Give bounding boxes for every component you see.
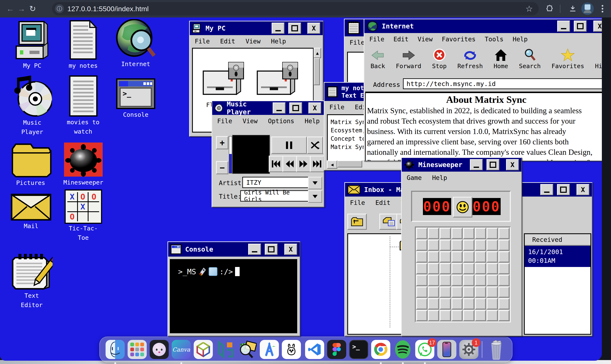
dock-iphone-mirroring[interactable] — [437, 340, 456, 359]
close-button[interactable]: X — [308, 103, 321, 114]
menu-file[interactable]: File — [350, 39, 364, 46]
music-player-titlebar[interactable]: Music Player X — [212, 101, 324, 115]
dock-pet-app[interactable] — [150, 340, 169, 359]
mine-cell[interactable] — [451, 251, 463, 263]
maximize-button[interactable] — [265, 244, 278, 255]
dock-finder[interactable] — [105, 340, 125, 359]
mine-cell[interactable] — [416, 263, 428, 275]
scroll-up-button[interactable]: ▲ — [314, 48, 321, 58]
menu-edit[interactable]: Edit — [393, 36, 408, 43]
next-track-button[interactable] — [310, 156, 325, 172]
minesweeper-titlebar[interactable]: Minesweeper X — [402, 158, 521, 172]
track-dropdown-button[interactable] — [308, 190, 322, 203]
volume-down-button[interactable]: − — [216, 161, 228, 174]
mine-cell[interactable] — [463, 239, 475, 251]
artist-dropdown-button[interactable] — [308, 177, 322, 189]
mine-cell[interactable] — [428, 239, 440, 251]
received-column-header[interactable]: Received — [525, 234, 590, 246]
mine-cell[interactable] — [463, 251, 475, 263]
desktop-icon-tictactoe[interactable]: X O O X O Tic-Tac- Toe — [62, 189, 104, 242]
rewind-button[interactable] — [282, 156, 297, 172]
close-button[interactable]: X — [576, 184, 589, 195]
mine-cell[interactable] — [498, 310, 510, 322]
dock-whatsapp[interactable]: 17 — [415, 340, 434, 359]
mine-cell[interactable] — [416, 228, 428, 239]
volume-slider[interactable] — [229, 136, 232, 173]
menu-help[interactable]: Help — [513, 36, 528, 43]
site-info-icon[interactable]: ⓘ — [55, 4, 64, 13]
mine-cell[interactable] — [439, 286, 451, 298]
back-button[interactable]: Back — [371, 49, 385, 70]
dock-settings[interactable]: 1 — [459, 340, 478, 359]
mine-cell[interactable] — [486, 263, 498, 275]
menu-game[interactable]: Game — [407, 174, 422, 181]
mine-cell[interactable] — [486, 251, 498, 263]
console-titlebar[interactable]: Console X — [168, 242, 300, 257]
mine-cell[interactable] — [498, 263, 510, 275]
profile-avatar[interactable] — [580, 0, 595, 17]
mine-cell[interactable] — [416, 286, 428, 298]
mine-cell[interactable] — [451, 286, 463, 298]
dock-canva[interactable]: Canva — [172, 340, 191, 359]
mine-cell[interactable] — [428, 251, 440, 263]
mine-cell[interactable] — [428, 228, 440, 239]
mine-cell[interactable] — [428, 298, 440, 310]
mine-cell[interactable] — [451, 228, 463, 239]
menu-view[interactable]: View — [243, 117, 258, 125]
desktop-icon-my-pc[interactable]: My PC — [12, 21, 53, 70]
mine-cell[interactable] — [463, 263, 475, 275]
browser-forward-icon[interactable]: → — [16, 3, 27, 14]
mine-cell[interactable] — [439, 239, 451, 251]
pause-button[interactable] — [271, 136, 307, 154]
dock-ollama[interactable] — [282, 340, 301, 359]
mine-cell[interactable] — [416, 274, 428, 286]
mine-cell[interactable] — [451, 263, 463, 275]
minimize-button[interactable] — [273, 103, 286, 114]
menu-tools[interactable]: Tools — [485, 36, 503, 43]
mine-cell[interactable] — [451, 310, 463, 322]
minimize-button[interactable] — [540, 184, 553, 195]
mine-cell[interactable] — [498, 298, 510, 310]
desktop-icon-console[interactable]: >_ Console — [114, 78, 157, 119]
menu-file[interactable]: File — [329, 104, 344, 111]
bookmark-star-icon[interactable]: ☆ — [525, 4, 533, 13]
search-button[interactable]: Search — [519, 48, 541, 70]
mine-cell[interactable] — [486, 239, 498, 251]
desktop-icon-my-notes[interactable]: my notes — [62, 20, 104, 70]
console-screen[interactable]: >_MS :/> — [170, 259, 297, 333]
desktop-icon-mail[interactable]: Mail — [9, 194, 53, 231]
stop-button[interactable]: Stop — [432, 48, 447, 70]
dock-launchpad[interactable] — [128, 340, 147, 359]
minimize-button[interactable] — [272, 23, 285, 34]
dock-mail-search-app[interactable] — [238, 340, 257, 359]
menu-favorites[interactable]: Favorites — [442, 36, 476, 43]
mine-cell[interactable] — [486, 228, 498, 239]
close-button[interactable]: X — [284, 244, 297, 255]
mine-cell[interactable] — [416, 310, 428, 322]
mine-cell[interactable] — [416, 298, 428, 310]
browser-menu-icon[interactable] — [597, 0, 608, 17]
mine-cell[interactable] — [498, 228, 510, 239]
favorites-button[interactable]: Favorites — [552, 48, 584, 70]
smiley-button[interactable] — [453, 197, 472, 218]
mine-cell[interactable] — [486, 310, 498, 322]
mine-cell[interactable] — [451, 298, 463, 310]
scroll-thumb[interactable] — [337, 160, 362, 168]
mine-cell[interactable] — [486, 286, 498, 298]
extensions-icon[interactable] — [544, 0, 556, 17]
mine-cell[interactable] — [439, 251, 451, 263]
browser-reload-icon[interactable]: ↻ — [27, 3, 38, 14]
mine-cell[interactable] — [475, 251, 486, 263]
mine-cell[interactable] — [475, 263, 486, 275]
horizontal-scrollbar[interactable]: ◀ — [327, 160, 412, 169]
mine-cell[interactable] — [428, 263, 440, 275]
menu-file[interactable]: File — [369, 36, 384, 43]
dock-vscode[interactable] — [305, 340, 324, 359]
artist-field[interactable]: ITZY — [242, 177, 311, 188]
mine-cell[interactable] — [428, 286, 440, 298]
mine-cell[interactable] — [475, 298, 486, 310]
mine-cell[interactable] — [416, 239, 428, 251]
address-bar[interactable]: ⓘ 127.0.0.1:5500/index.html ☆ — [52, 2, 539, 15]
mine-cell[interactable] — [463, 286, 475, 298]
maximize-button[interactable] — [289, 103, 302, 114]
